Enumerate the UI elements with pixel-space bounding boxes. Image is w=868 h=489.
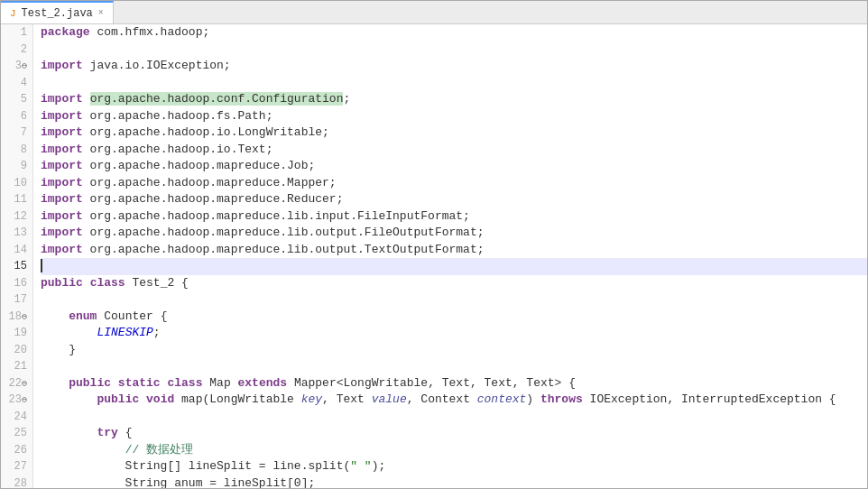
- ln-3: 3⊖: [1, 58, 32, 75]
- ln-21: 21: [1, 358, 32, 375]
- code-line-12: import org.apache.hadoop.mapreduce.lib.i…: [41, 208, 867, 226]
- ln-5: 5: [1, 91, 32, 108]
- ln-26: 26: [1, 442, 32, 459]
- ln-24: 24: [1, 409, 32, 426]
- code-line-25: try {: [41, 425, 867, 442]
- ln-13: 13: [1, 225, 32, 242]
- editor-area: 1 2 3⊖ 4 5 6 7 8 9 10 11 12 13 14 15 16 …: [1, 24, 867, 488]
- code-line-27: String[] lineSplit = line.split(" ");: [41, 458, 867, 475]
- ln-6: 6: [1, 108, 32, 125]
- ln-18: 18⊖: [1, 309, 32, 326]
- ln-25: 25: [1, 425, 32, 442]
- ln-12: 12: [1, 208, 32, 226]
- code-line-20: }: [41, 342, 867, 359]
- tab-icon: J: [10, 8, 16, 19]
- ln-4: 4: [1, 75, 32, 92]
- code-line-3: import java.io.IOException;: [41, 58, 867, 75]
- tab-bar: J Test_2.java ×: [1, 1, 867, 24]
- ln-20: 20: [1, 342, 32, 359]
- code-line-9: import org.apache.hadoop.mapreduce.Job;: [41, 158, 867, 175]
- tab-label: Test_2.java: [22, 7, 93, 20]
- ln-17: 17: [1, 291, 32, 309]
- ln-9: 9: [1, 158, 32, 175]
- ln-2: 2: [1, 42, 32, 59]
- code-line-21: [41, 358, 867, 375]
- code-line-28: String anum = lineSplit[0];: [41, 475, 867, 489]
- ln-1: 1: [1, 24, 32, 42]
- ln-28: 28: [1, 475, 32, 489]
- code-line-15: [41, 258, 867, 275]
- code-line-23: public void map(LongWritable key, Text v…: [41, 392, 867, 409]
- line-numbers: 1 2 3⊖ 4 5 6 7 8 9 10 11 12 13 14 15 16 …: [1, 24, 33, 488]
- code-editor[interactable]: package com.hfmx.hadoop; import java.io.…: [33, 24, 867, 488]
- ln-15: 15: [1, 258, 32, 275]
- code-line-18: enum Counter {: [41, 309, 867, 326]
- ln-22: 22⊖: [1, 375, 32, 392]
- code-line-5: import org.apache.hadoop.conf.Configurat…: [41, 91, 867, 108]
- code-line-24: [41, 409, 867, 426]
- code-line-13: import org.apache.hadoop.mapreduce.lib.o…: [41, 225, 867, 242]
- ln-10: 10: [1, 175, 32, 192]
- ln-7: 7: [1, 125, 32, 142]
- code-line-17: [41, 291, 867, 309]
- code-line-4: [41, 75, 867, 92]
- ln-23: 23⊖: [1, 392, 32, 409]
- code-line-7: import org.apache.hadoop.io.LongWritable…: [41, 125, 867, 142]
- code-line-14: import org.apache.hadoop.mapreduce.lib.o…: [41, 242, 867, 259]
- ln-14: 14: [1, 242, 32, 259]
- code-line-6: import org.apache.hadoop.fs.Path;: [41, 108, 867, 125]
- code-line-8: import org.apache.hadoop.io.Text;: [41, 142, 867, 159]
- tab-close-icon[interactable]: ×: [98, 8, 104, 18]
- editor-window: J Test_2.java × 1 2 3⊖ 4 5 6 7 8 9 10 11…: [0, 0, 868, 489]
- ln-11: 11: [1, 191, 32, 208]
- ln-8: 8: [1, 142, 32, 159]
- code-line-2: [41, 42, 867, 59]
- code-line-19: LINESKIP;: [41, 325, 867, 342]
- ln-19: 19: [1, 325, 32, 342]
- code-line-26: // 数据处理: [41, 442, 867, 459]
- ln-16: 16: [1, 275, 32, 292]
- ln-27: 27: [1, 458, 32, 475]
- code-line-11: import org.apache.hadoop.mapreduce.Reduc…: [41, 191, 867, 208]
- code-line-22: public static class Map extends Mapper<L…: [41, 375, 867, 392]
- code-line-1: package com.hfmx.hadoop;: [41, 24, 867, 42]
- tab-test2[interactable]: J Test_2.java ×: [1, 1, 114, 23]
- code-line-16: public class Test_2 {: [41, 275, 867, 292]
- code-line-10: import org.apache.hadoop.mapreduce.Mappe…: [41, 175, 867, 192]
